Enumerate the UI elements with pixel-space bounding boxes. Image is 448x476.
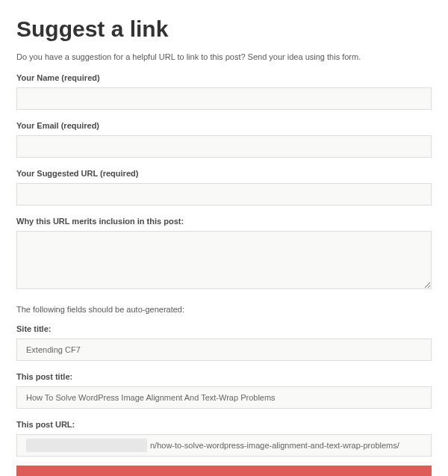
redacted-block xyxy=(26,439,147,452)
url-label: Your Suggested URL (required) xyxy=(16,169,432,178)
post-title-label: This post title: xyxy=(16,372,432,381)
post-url-visible: n/how-to-solve-wordpress-image-alignment… xyxy=(150,441,399,450)
name-label: Your Name (required) xyxy=(16,73,432,82)
site-title-input[interactable] xyxy=(16,339,432,361)
email-input[interactable] xyxy=(16,135,432,158)
email-label: Your Email (required) xyxy=(16,121,432,130)
reason-textarea[interactable] xyxy=(16,231,432,289)
post-url-label: This post URL: xyxy=(16,420,432,429)
page-title: Suggest a link xyxy=(16,16,432,42)
post-url-input[interactable]: n/how-to-solve-wordpress-image-alignment… xyxy=(16,434,432,457)
intro-text: Do you have a suggestion for a helpful U… xyxy=(16,52,432,61)
autogen-note: The following fields should be auto-gene… xyxy=(16,305,432,314)
reason-label: Why this URL merits inclusion in this po… xyxy=(16,217,432,226)
site-title-label: Site title: xyxy=(16,324,432,333)
name-input[interactable] xyxy=(16,87,432,110)
send-button[interactable]: SEND xyxy=(16,466,432,476)
post-title-input[interactable] xyxy=(16,386,432,409)
url-input[interactable] xyxy=(16,183,432,205)
